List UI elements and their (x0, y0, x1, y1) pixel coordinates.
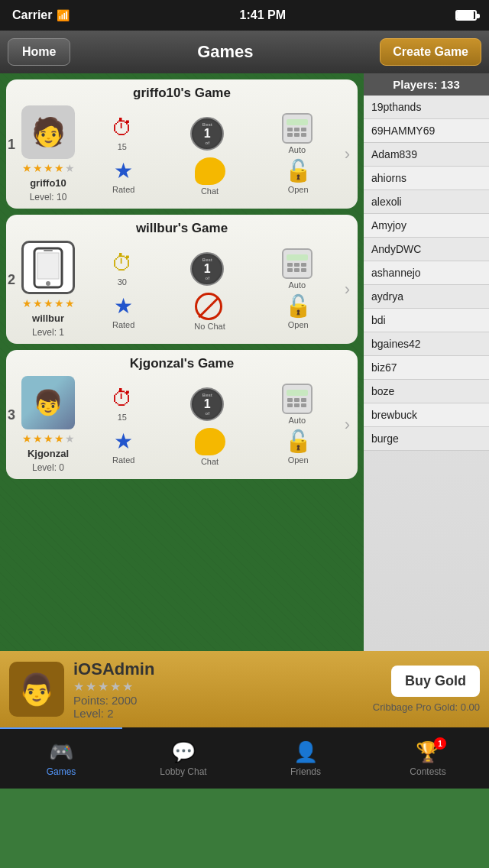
rated-star-1: ★ (114, 158, 133, 183)
player-list-item[interactable]: boze (364, 380, 489, 403)
game-title-2: willbur's Game (14, 221, 350, 236)
chat-label-3: Chat (201, 457, 219, 466)
open-label-1: Open (288, 185, 309, 194)
best-of-badge-2: Best 1 of (190, 252, 224, 286)
user-bar: 👨 iOSAdmin ★ ★ ★ ★ ★ Points: 2000 Level:… (0, 651, 489, 727)
player-level-2: Level: 1 (32, 327, 64, 338)
player-col-1: 🧑 ★ ★ ★ ★ ★ griffo10 Level: 10 (14, 105, 83, 202)
stars-1: ★ ★ ★ ★ ★ (22, 162, 75, 174)
player-list-item[interactable]: biz67 (364, 356, 489, 380)
player-col-3: 👦 ★ ★ ★ ★ ★ Kjgonzal Level: 0 (14, 376, 83, 473)
player-list-item[interactable]: AndyDWC (364, 238, 489, 261)
auto-label-1: Auto (289, 145, 306, 154)
icons-row-bot-1: ★ Rated Chat 🔓 Open (83, 157, 342, 196)
home-button[interactable]: Home (8, 38, 70, 66)
calc-col-1: Auto (282, 113, 313, 154)
player-list-item[interactable]: bdi (364, 309, 489, 332)
open-col-3: 🔓 Open (285, 429, 312, 465)
user-info: iOSAdmin ★ ★ ★ ★ ★ Points: 2000 Level: 2 (73, 659, 364, 720)
open-col-2: 🔓 Open (285, 293, 312, 329)
timer-col-3: ⏱ 15 (112, 386, 133, 422)
status-time: 1:41 PM (240, 8, 286, 22)
icons-row-top-3: ⏱ 15 Best 1 of (83, 384, 342, 425)
best-of-badge-3: Best 1 of (190, 387, 224, 421)
row-number-3: 3 (8, 406, 15, 423)
no-chat-col-2: No Chat (194, 293, 225, 331)
nav-bar: Home Games Create Game (0, 31, 489, 73)
contests-tab-badge: 🏆 1 (416, 740, 440, 764)
status-bar: Carrier 📶 1:41 PM (0, 0, 489, 31)
rated-star-3: ★ (114, 429, 133, 454)
tab-contests[interactable]: 🏆 1 Contests (367, 727, 489, 789)
game-card-2[interactable]: 2 willbur's Game ★ ★ ★ (6, 215, 358, 344)
rated-col-1: ★ Rated (112, 158, 134, 194)
user-level: Level: 2 (73, 707, 364, 720)
svg-rect-1 (37, 253, 59, 279)
open-label-3: Open (288, 455, 309, 465)
player-list-item[interactable]: Adam839 (364, 143, 489, 167)
calculator-icon-2 (282, 248, 313, 279)
svg-point-2 (46, 281, 50, 286)
rated-label-1: Rated (112, 185, 134, 194)
player-col-2: ★ ★ ★ ★ ★ willbur Level: 1 (14, 241, 83, 338)
chat-col-3: Chat (195, 428, 225, 466)
timer-val-3: 15 (118, 413, 127, 422)
player-list-item[interactable]: bgaines42 (364, 332, 489, 356)
players-header: Players: 133 (364, 73, 489, 96)
player-list-item[interactable]: burge (364, 427, 489, 451)
avatar-3: 👦 (21, 376, 75, 429)
game-details-2: ⏱ 30 Best 1 of (83, 248, 342, 331)
battery-icon (455, 10, 477, 21)
user-stars: ★ ★ ★ ★ ★ (73, 679, 364, 694)
game-title-3: Kjgonzal's Game (14, 356, 350, 371)
main-content: 1 griffo10's Game 🧑 ★ ★ ★ ★ ★ griffo10 L… (0, 73, 489, 651)
player-list-item[interactable]: Amyjoy (364, 214, 489, 238)
no-chat-icon-2 (195, 293, 225, 320)
buy-gold-button[interactable]: Buy Gold (391, 666, 480, 697)
game-details-3: ⏱ 15 Best 1 of (83, 384, 342, 466)
timer-col-1: ⏱ 15 (112, 115, 133, 151)
tab-friends[interactable]: 👤 Friends (244, 727, 367, 789)
game-card-1[interactable]: 1 griffo10's Game 🧑 ★ ★ ★ ★ ★ griffo10 L… (6, 79, 358, 209)
phone-svg (33, 247, 63, 289)
calc-col-3: Auto (282, 384, 313, 425)
game-details-1: ⏱ 15 Best 1 of (83, 113, 342, 196)
tab-games[interactable]: 🎮 Games (0, 727, 122, 789)
rated-label-2: Rated (112, 320, 134, 329)
chat-col-1: Chat (195, 157, 225, 196)
timer-icon-2: ⏱ (112, 251, 133, 276)
user-avatar: 👨 (9, 662, 64, 717)
player-list-item[interactable]: 19pthands (364, 96, 489, 119)
avatar-1: 🧑 (21, 105, 75, 159)
timer-col-2: ⏱ 30 (112, 251, 133, 287)
lock-icon-2: 🔓 (285, 293, 312, 319)
gold-info: Cribbage Pro Gold: 0.00 (373, 701, 480, 713)
player-list-item[interactable]: ashannejo (364, 261, 489, 285)
calculator-icon-3 (282, 384, 313, 414)
games-tab-icon: 🎮 (49, 740, 73, 764)
open-label-2: Open (288, 320, 309, 329)
games-tab-label: Games (47, 766, 76, 777)
open-col-1: 🔓 Open (285, 158, 312, 194)
player-list-item[interactable]: alexoli (364, 190, 489, 214)
arrow-2: › (342, 280, 350, 300)
tab-lobby-chat[interactable]: 💬 Lobby Chat (122, 727, 244, 789)
lobby-chat-tab-label: Lobby Chat (160, 766, 206, 777)
player-list-item[interactable]: brewbuck (364, 403, 489, 427)
player-list-item[interactable]: 69HAMMY69 (364, 119, 489, 143)
player-list-item[interactable]: aydrya (364, 285, 489, 309)
player-list-item[interactable]: ahiorns (364, 167, 489, 190)
auto-label-3: Auto (289, 416, 306, 425)
game-title-1: griffo10's Game (14, 86, 350, 101)
create-game-button[interactable]: Create Game (380, 38, 481, 66)
lock-icon-3: 🔓 (285, 429, 312, 454)
wifi-icon: 📶 (57, 9, 70, 21)
lock-icon-1: 🔓 (285, 158, 312, 183)
icons-row-top-1: ⏱ 15 Best 1 of (83, 113, 342, 154)
timer-icon-1: ⏱ (112, 115, 133, 141)
phone-avatar-2 (21, 241, 75, 294)
bestof-col-3: Best 1 of (190, 387, 224, 421)
timer-val-2: 30 (118, 277, 127, 287)
timer-icon-3: ⏱ (112, 386, 133, 411)
game-card-3[interactable]: 3 Kjgonzal's Game 👦 ★ ★ ★ ★ ★ Kjgonzal L… (6, 350, 358, 479)
